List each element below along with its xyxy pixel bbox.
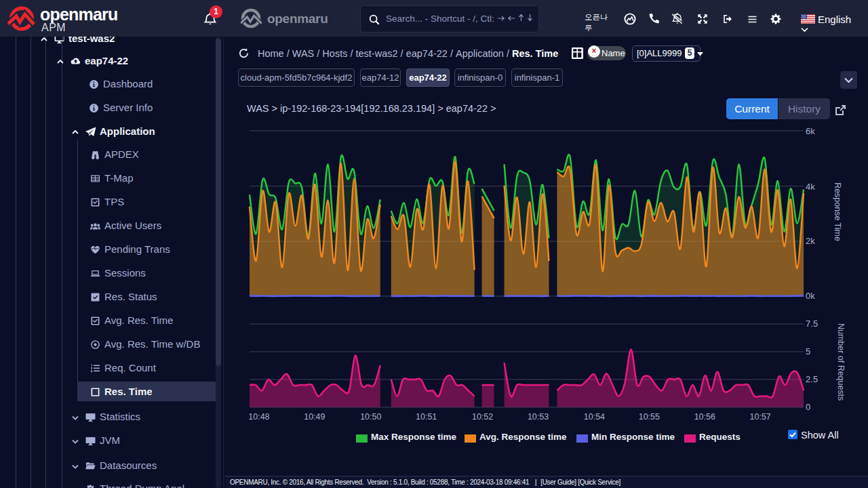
- svg-text:2.5: 2.5: [806, 374, 818, 384]
- svg-text:6k: 6k: [806, 126, 815, 136]
- svg-text:0k: 0k: [806, 291, 815, 301]
- svg-text:10:52: 10:52: [472, 412, 493, 422]
- svg-text:2k: 2k: [806, 236, 815, 246]
- svg-text:Response Time: Response Time: [833, 182, 842, 241]
- svg-text:10:55: 10:55: [639, 412, 660, 422]
- svg-text:7.5: 7.5: [806, 319, 818, 329]
- svg-text:Number of Requests: Number of Requests: [836, 323, 846, 401]
- svg-text:10:57: 10:57: [750, 412, 771, 422]
- svg-text:10:56: 10:56: [694, 412, 715, 422]
- svg-text:10:53: 10:53: [528, 412, 549, 422]
- svg-text:4k: 4k: [806, 182, 815, 192]
- svg-text:10:51: 10:51: [416, 412, 437, 422]
- svg-text:10:54: 10:54: [584, 412, 605, 422]
- svg-text:5: 5: [806, 346, 810, 357]
- svg-text:10:49: 10:49: [304, 412, 325, 422]
- svg-text:0: 0: [806, 402, 810, 412]
- svg-text:10:48: 10:48: [248, 412, 269, 422]
- svg-text:10:50: 10:50: [360, 412, 381, 422]
